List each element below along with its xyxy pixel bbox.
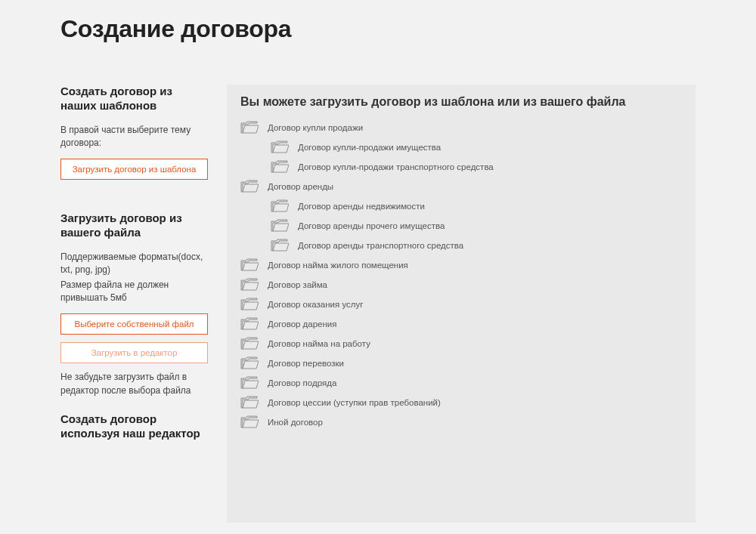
upload-heading: Загрузить договор из вашего файла bbox=[60, 211, 208, 240]
load-template-button[interactable]: Загрузить договор из шаблона bbox=[60, 159, 208, 180]
folder-open-icon bbox=[271, 140, 289, 155]
tree-item-label: Договор цессии (уступки прав требований) bbox=[268, 398, 441, 407]
tree-item[interactable]: Договор цессии (уступки прав требований) bbox=[240, 393, 682, 412]
tree-item[interactable]: Иной договор bbox=[240, 412, 682, 432]
tree-item-label: Договор аренды транспортного средства bbox=[298, 241, 463, 250]
editor-block: Создать договор используя наш редактор bbox=[60, 412, 208, 441]
tree-item[interactable]: Договор займа bbox=[240, 275, 682, 295]
upload-to-editor-button[interactable]: Загрузить в редактор bbox=[60, 342, 208, 363]
main-heading: Вы можете загрузить договор из шаблона и… bbox=[240, 95, 682, 109]
upload-size-text: Размер файла не должен привышать 5мб bbox=[60, 279, 208, 305]
tree-item-label: Договор купли-продажи транспортного сред… bbox=[298, 162, 494, 171]
page-title: Создание договора bbox=[60, 15, 696, 43]
tree-item[interactable]: Договор аренды bbox=[240, 177, 682, 196]
folder-open-icon bbox=[240, 356, 259, 371]
folder-open-icon bbox=[240, 277, 259, 292]
folder-open-icon bbox=[271, 238, 289, 253]
folder-open-icon bbox=[271, 199, 289, 214]
template-tree: Договор купли продажиДоговор купли-прода… bbox=[240, 118, 682, 432]
tree-item[interactable]: Договор перевозки bbox=[240, 353, 682, 373]
sidebar: Создать договор из наших шаблонов В прав… bbox=[60, 85, 208, 523]
tree-item[interactable]: Договор аренды транспортного средства bbox=[240, 236, 682, 255]
templates-block: Создать договор из наших шаблонов В прав… bbox=[60, 85, 208, 180]
folder-open-icon bbox=[240, 120, 259, 135]
tree-item-label: Договор аренды bbox=[268, 182, 333, 191]
folder-open-icon bbox=[240, 395, 259, 410]
tree-item-label: Договор оказания услуг bbox=[268, 300, 363, 309]
choose-file-button[interactable]: Выберите собственный файл bbox=[60, 313, 208, 335]
tree-item[interactable]: Договор купли-продажи транспортного сред… bbox=[240, 157, 682, 177]
folder-open-icon bbox=[240, 179, 259, 194]
folder-open-icon bbox=[240, 415, 259, 430]
tree-item[interactable]: Договор дарения bbox=[240, 314, 682, 334]
upload-note: Не забудьте загрузить файл в редактор по… bbox=[60, 371, 208, 397]
tree-item-label: Договор перевозки bbox=[268, 359, 344, 368]
tree-item-label: Договор подряда bbox=[268, 378, 336, 387]
folder-open-icon bbox=[240, 258, 259, 273]
main-panel: Вы можете загрузить договор из шаблона и… bbox=[227, 85, 696, 523]
tree-item[interactable]: Договор купли продажи bbox=[240, 118, 682, 137]
upload-block: Загрузить договор из вашего файла Поддер… bbox=[60, 211, 208, 397]
folder-open-icon bbox=[271, 218, 289, 233]
tree-item[interactable]: Договор аренды недвижимости bbox=[240, 196, 682, 216]
tree-item-label: Договор дарения bbox=[268, 319, 337, 329]
tree-item-label: Договор займа bbox=[268, 280, 327, 289]
folder-open-icon bbox=[240, 316, 259, 332]
tree-item[interactable]: Договор найма жилого помещения bbox=[240, 255, 682, 275]
folder-open-icon bbox=[240, 297, 259, 312]
tree-item[interactable]: Договор аренды прочего имущества bbox=[240, 216, 682, 236]
folder-open-icon bbox=[271, 159, 289, 174]
upload-formats-text: Поддерживаемые форматы(docx, txt, png, j… bbox=[60, 251, 208, 277]
tree-item[interactable]: Договор найма на работу bbox=[240, 334, 682, 353]
folder-open-icon bbox=[240, 336, 259, 351]
tree-item-label: Договор аренды недвижимости bbox=[298, 202, 425, 211]
tree-item-label: Договор купли продажи bbox=[268, 123, 363, 132]
tree-item[interactable]: Договор оказания услуг bbox=[240, 295, 682, 314]
tree-item-label: Договор аренды прочего имущества bbox=[298, 221, 445, 230]
templates-heading: Создать договор из наших шаблонов bbox=[60, 85, 208, 113]
tree-item-label: Иной договор bbox=[268, 418, 323, 427]
folder-open-icon bbox=[240, 375, 259, 390]
tree-item[interactable]: Договор подряда bbox=[240, 373, 682, 393]
editor-heading: Создать договор используя наш редактор bbox=[60, 412, 208, 441]
templates-text: В правой части выберите тему договора: bbox=[60, 124, 208, 150]
tree-item[interactable]: Договор купли-продажи имущества bbox=[240, 137, 682, 157]
tree-item-label: Договор найма на работу bbox=[268, 339, 370, 348]
tree-item-label: Договор купли-продажи имущества bbox=[298, 143, 441, 152]
tree-item-label: Договор найма жилого помещения bbox=[268, 261, 408, 270]
